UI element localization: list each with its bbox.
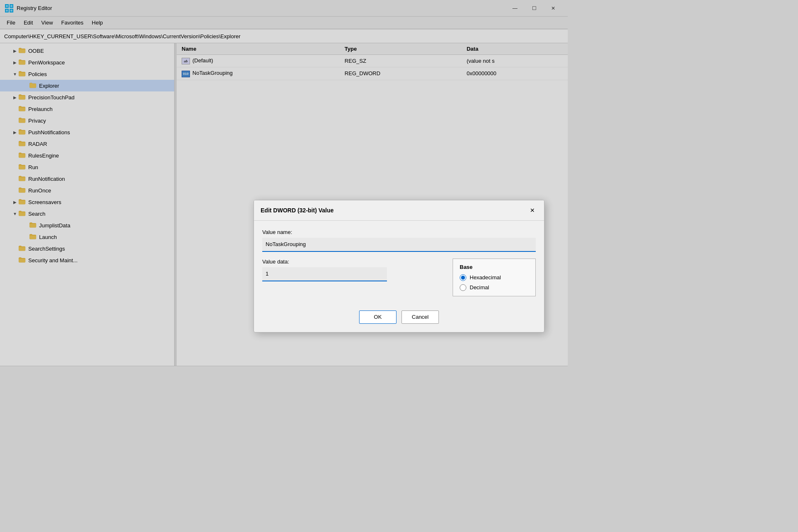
- ok-button[interactable]: OK: [359, 310, 397, 324]
- radio-group: Hexadecimal Decimal: [460, 274, 527, 291]
- radio-hex-input[interactable]: [460, 274, 466, 281]
- radio-dec-label: Decimal: [470, 284, 489, 291]
- dialog-title-bar: Edit DWORD (32-bit) Value ✕: [254, 200, 544, 221]
- dialog-body: Value name: Value data: Base Hexadecimal: [254, 221, 544, 305]
- value-data-label: Value data:: [262, 259, 444, 265]
- radio-hex-label: Hexadecimal: [470, 274, 501, 281]
- value-name-label: Value name:: [262, 229, 536, 235]
- value-name-input[interactable]: [262, 238, 536, 252]
- radio-dec-input[interactable]: [460, 284, 466, 291]
- value-data-input[interactable]: [262, 267, 387, 281]
- value-data-section: Value data:: [262, 259, 444, 281]
- dialog-footer: OK Cancel: [254, 305, 544, 332]
- base-section: Base Hexadecimal Decimal: [453, 259, 536, 296]
- value-name-group: Value name:: [262, 229, 536, 252]
- edit-dword-dialog: Edit DWORD (32-bit) Value ✕ Value name: …: [254, 200, 544, 332]
- dialog-close-button[interactable]: ✕: [527, 204, 538, 216]
- cancel-button[interactable]: Cancel: [401, 310, 439, 324]
- radio-decimal[interactable]: Decimal: [460, 284, 527, 291]
- form-row: Value data: Base Hexadecimal Decimal: [262, 259, 536, 296]
- modal-overlay: Edit DWORD (32-bit) Value ✕ Value name: …: [0, 0, 568, 374]
- radio-hexadecimal[interactable]: Hexadecimal: [460, 274, 527, 281]
- dialog-title: Edit DWORD (32-bit) Value: [261, 207, 334, 214]
- base-title: Base: [460, 264, 527, 270]
